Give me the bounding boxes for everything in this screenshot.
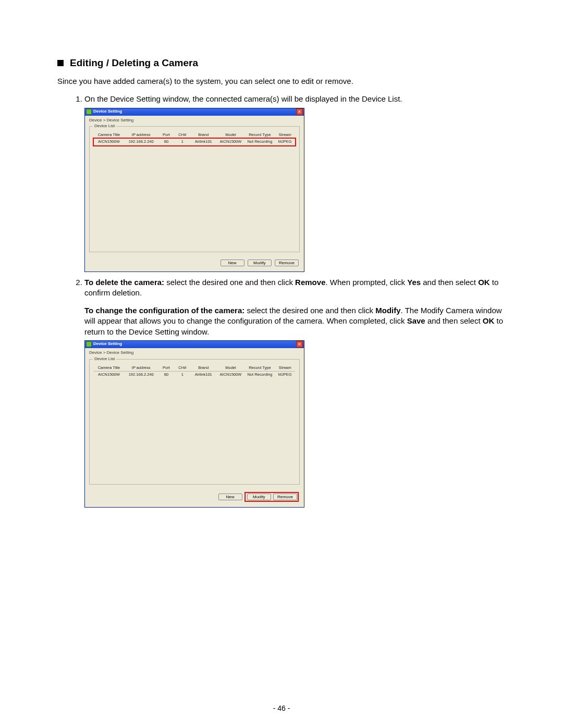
remove-bold: Remove [295,278,325,287]
cell-ch: 1 [174,139,190,145]
breadcrumb: Device > Device Setting [85,348,304,358]
cell-ip: 192.168.2.240 [124,371,158,378]
cell-port: 80 [158,139,175,145]
cell-model: AICN1500W [216,139,244,145]
col-port: Port [158,132,175,139]
cell-brand: Airlink101 [190,371,216,378]
col-camera-title: Camera Title [94,365,124,372]
cell-stream: MJPEG [275,139,295,145]
col-model: Model [216,365,244,372]
cell-port: 80 [158,371,175,378]
cell-brand: Airlink101 [190,139,216,145]
save-bold: Save [407,316,425,325]
device-list-table: Camera Title IP address Port CH# Brand M… [94,365,295,378]
delete-bold: To delete the camera: [84,278,164,287]
col-port: Port [158,365,175,372]
cell-stream: MJPEG [275,371,295,378]
col-brand: Brand [190,365,216,372]
close-icon[interactable]: ✕ [296,341,303,348]
step-2: To delete the camera: select the desired… [84,277,506,508]
ok-bold-2: OK [483,316,495,325]
col-record-type: Record Type [244,132,275,139]
table-row[interactable]: AICN1500W 192.168.2.240 80 1 Airlink101 … [94,139,295,145]
modify-bold: Modify [375,306,400,315]
heading-text: Editing / Deleting a Camera [70,57,198,68]
col-ip: IP address [124,365,158,372]
group-label: Device List [93,124,116,129]
yes-bold: Yes [407,278,421,287]
table-header-row: Camera Title IP address Port CH# Brand M… [94,365,295,372]
device-setting-dialog-2: Device Setting ✕ Device > Device Setting… [84,340,304,508]
button-row: New Modify Remove [85,256,304,272]
new-button[interactable]: New [218,493,242,500]
ok-bold: OK [478,278,490,287]
close-icon[interactable]: ✕ [296,108,303,115]
remove-button[interactable]: Remove [273,493,297,500]
titlebar: Device Setting ✕ [85,108,304,116]
breadcrumb: Device > Device Setting [85,116,304,126]
modify-remove-highlight: Modify Remove [244,492,299,502]
col-ch: CH# [174,365,190,372]
section-heading: Editing / Deleting a Camera [57,57,506,69]
col-brand: Brand [190,132,216,139]
device-setting-dialog-1: Device Setting ✕ Device > Device Setting… [84,108,304,272]
list-empty-area [94,378,295,481]
cell-record-type: Not Recording [244,139,275,145]
cell-camera-title: AICN1500W [94,139,124,145]
col-ch: CH# [174,132,190,139]
intro-paragraph: Since you have added camera(s) to the sy… [57,76,506,87]
table-row[interactable]: AICN1500W 192.168.2.240 80 1 Airlink101 … [94,371,295,378]
titlebar: Device Setting ✕ [85,341,304,348]
cell-camera-title: AICN1500W [94,371,124,378]
change-bold: To change the configuration of the camer… [84,306,244,315]
modify-button[interactable]: Modify [247,493,271,500]
col-stream: Stream [275,132,295,139]
window-title: Device Setting [86,341,122,347]
modify-button[interactable]: Modify [248,260,272,266]
col-camera-title: Camera Title [94,132,124,139]
cell-model: AICN1500W [216,371,244,378]
col-record-type: Record Type [244,365,275,372]
cell-record-type: Not Recording [244,371,275,378]
list-empty-area [94,145,295,249]
new-button[interactable]: New [221,260,244,266]
col-model: Model [216,132,244,139]
page-number: - 46 - [0,704,563,712]
col-stream: Stream [275,365,295,372]
table-header-row: Camera Title IP address Port CH# Brand M… [94,132,295,139]
col-ip: IP address [124,132,158,139]
group-label: Device List [93,356,116,362]
device-list-group: Device List Camera Title IP address Port… [89,359,300,485]
cell-ip: 192.168.2.240 [124,139,158,145]
device-list-table: Camera Title IP address Port CH# Brand M… [94,132,295,145]
app-icon [86,109,92,115]
device-list-group: Device List Camera Title IP address Port… [89,126,300,252]
bullet-icon [57,60,64,66]
window-title: Device Setting [86,109,122,115]
remove-button[interactable]: Remove [275,260,299,266]
app-icon [86,341,92,347]
cell-ch: 1 [174,371,190,378]
button-row: New Modify Remove [85,489,304,507]
step-1: On the Device Setting window, the connec… [84,94,506,272]
